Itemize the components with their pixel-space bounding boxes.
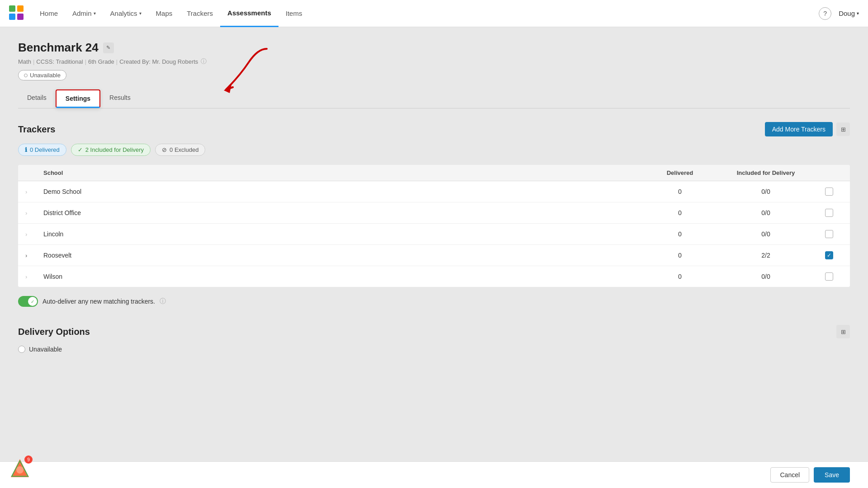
row-expand-icon[interactable]: › (25, 210, 43, 216)
auto-deliver-info-icon[interactable]: ⓘ (160, 297, 166, 305)
tab-details[interactable]: Details (18, 89, 56, 108)
svg-rect-3 (17, 14, 24, 20)
delivery-help-icon[interactable]: ⊞ (836, 325, 850, 338)
add-trackers-button[interactable]: Add More Trackers (765, 122, 833, 136)
edit-title-button[interactable]: ✎ (103, 42, 114, 53)
logo-badge: 9 (24, 455, 33, 464)
svg-rect-2 (9, 14, 15, 20)
tab-settings[interactable]: Settings (56, 89, 100, 108)
delivery-radio[interactable] (18, 346, 25, 353)
meta-sep2: | (85, 58, 86, 65)
cell-school-name: District Office (43, 209, 644, 216)
row-checkbox[interactable] (825, 209, 833, 217)
row-checkbox[interactable] (825, 272, 833, 281)
col-school: School (43, 169, 644, 176)
analytics-chevron-icon: ▾ (139, 11, 142, 16)
trackers-header: Trackers Add More Trackers ⊞ (18, 122, 850, 136)
svg-rect-1 (17, 5, 24, 12)
cell-included: 0/0 (716, 273, 816, 280)
nav-item-admin[interactable]: Admin ▾ (65, 0, 103, 27)
cell-included: 0/0 (716, 209, 816, 216)
col-delivered: Delivered (644, 169, 716, 176)
cell-included: 2/2 (716, 252, 816, 259)
app-logo-bottom[interactable]: 9 (9, 457, 31, 479)
save-button[interactable]: Save (814, 467, 850, 483)
meta-sep3: | (116, 58, 118, 65)
delivery-title: Delivery Options (18, 327, 90, 337)
toggle-knob: ✓ (28, 297, 37, 306)
table-row: › Roosevelt 0 2/2 ✓ (18, 245, 850, 266)
user-chevron-icon: ▾ (857, 11, 859, 16)
chip-included[interactable]: ✓ 2 Included for Delivery (71, 144, 151, 156)
meta-info-icon[interactable]: ⓘ (201, 57, 207, 66)
nav-item-trackers[interactable]: Trackers (179, 0, 220, 27)
delivery-status-label: Unavailable (29, 346, 62, 353)
delivery-status-row: Unavailable (18, 346, 850, 353)
chip-delivered-icon: ℹ (25, 146, 27, 153)
meta-standard: CCSS: Traditional (36, 58, 83, 65)
row-checkbox[interactable] (825, 188, 833, 196)
auto-deliver-toggle[interactable]: ✓ (18, 296, 38, 307)
cell-delivered: 0 (644, 188, 716, 195)
user-menu[interactable]: Doug ▾ (839, 9, 859, 17)
meta-grade: 6th Grade (88, 58, 114, 65)
admin-chevron-icon: ▾ (94, 11, 96, 16)
cell-delivered: 0 (644, 209, 716, 216)
meta-created: Created By: Mr. Doug Roberts (119, 58, 198, 65)
cancel-button[interactable]: Cancel (770, 467, 809, 483)
row-expand-icon[interactable]: › (25, 188, 43, 195)
delivery-options-section: Delivery Options ⊞ Unavailable (18, 325, 850, 353)
row-checkbox[interactable] (825, 230, 833, 238)
chip-included-icon: ✓ (78, 146, 83, 153)
chip-included-label: 2 Included for Delivery (85, 146, 144, 153)
help-button[interactable]: ? (819, 7, 831, 20)
col-included: Included for Delivery (716, 169, 816, 176)
main-content: Benchmark 24 ✎ Math | CCSS: Traditional … (0, 27, 868, 488)
cell-included: 0/0 (716, 188, 816, 195)
cell-school-name: Lincoln (43, 230, 644, 238)
table-row: › Demo School 0 0/0 (18, 181, 850, 202)
nav-item-analytics[interactable]: Analytics ▾ (103, 0, 149, 27)
table-header-row: School Delivered Included for Delivery (18, 165, 850, 181)
chip-excluded[interactable]: ⊘ 0 Excluded (155, 144, 205, 156)
cell-school-name: Roosevelt (43, 252, 644, 259)
chip-delivered-label: 0 Delivered (30, 146, 60, 153)
tab-results[interactable]: Results (100, 89, 140, 108)
meta-sep1: | (33, 58, 34, 65)
status-badge[interactable]: Unavailable (18, 70, 66, 80)
cell-school-name: Wilson (43, 273, 644, 280)
cell-included: 0/0 (716, 230, 816, 238)
chip-delivered[interactable]: ℹ 0 Delivered (18, 144, 66, 156)
nav-item-maps[interactable]: Maps (149, 0, 180, 27)
cell-school-name: Demo School (43, 188, 644, 195)
auto-deliver-row: ✓ Auto-deliver any new matching trackers… (18, 287, 850, 311)
cell-delivered: 0 (644, 273, 716, 280)
cell-delivered: 0 (644, 252, 716, 259)
page-title: Benchmark 24 (18, 41, 99, 55)
svg-marker-4 (224, 85, 231, 93)
row-expand-icon[interactable]: › (25, 252, 43, 259)
trackers-help-icon[interactable]: ⊞ (836, 122, 850, 136)
delivery-header: Delivery Options ⊞ (18, 325, 850, 338)
trackers-title: Trackers (18, 124, 55, 135)
meta-subject: Math (18, 58, 31, 65)
row-checkbox[interactable]: ✓ (825, 251, 833, 259)
user-name: Doug (839, 9, 855, 17)
filter-chips: ℹ 0 Delivered ✓ 2 Included for Delivery … (18, 144, 850, 156)
table-row: › Lincoln 0 0/0 (18, 224, 850, 245)
status-label: Unavailable (30, 72, 61, 79)
row-expand-icon[interactable]: › (25, 231, 43, 238)
nav-item-assessments[interactable]: Assessments (220, 0, 278, 27)
cell-delivered: 0 (644, 230, 716, 238)
row-expand-icon[interactable]: › (25, 273, 43, 280)
status-dot-icon (24, 74, 28, 77)
bottom-action-bar: Cancel Save (0, 461, 868, 488)
nav-item-home[interactable]: Home (33, 0, 65, 27)
auto-deliver-label: Auto-deliver any new matching trackers. (42, 298, 155, 305)
col-check (816, 169, 843, 176)
svg-rect-0 (9, 5, 15, 12)
nav-item-items[interactable]: Items (278, 0, 310, 27)
svg-point-7 (16, 466, 24, 474)
app-logo-nav[interactable] (9, 5, 24, 21)
page-title-row: Benchmark 24 ✎ (18, 41, 850, 55)
